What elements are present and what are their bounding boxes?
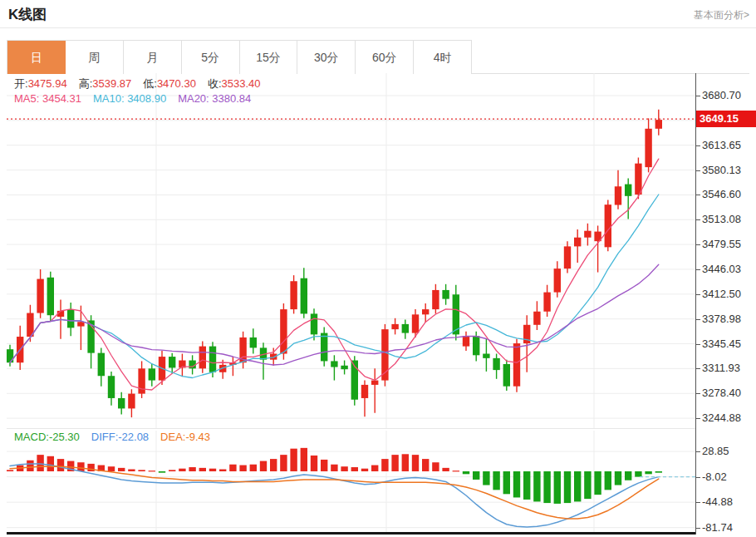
macd-bar-up [453,470,459,471]
low-label: 低: [143,77,157,90]
candle-down [341,366,347,369]
tick-mark [696,418,700,419]
macd-bar-up [169,470,175,471]
ma5-value: MA5: 3454.31 [14,92,81,105]
candle-up [37,279,43,313]
macd-bar-up [422,459,429,471]
tab-period-5[interactable]: 30分 [297,41,356,74]
ma20-line [10,264,659,365]
tick-mark [696,170,700,171]
macd-bar-down [635,471,641,477]
macd-bar-up [280,455,287,471]
close-label: 收: [208,77,222,90]
candle-down [209,347,216,372]
macd-bar-up [199,468,206,471]
tick-mark [696,294,700,295]
macd-bar-up [118,468,125,471]
tick-mark [696,269,700,270]
price-tick-label: 3513.08 [696,213,741,225]
macd-bar-up [321,460,327,471]
tab-period-2[interactable]: 月 [124,41,182,74]
candle-down [473,336,479,355]
macd-bar-down [503,471,510,494]
macd-bar-up [250,465,257,471]
candle-up [412,314,419,333]
macd-bar-down [655,471,662,473]
macd-tick-label: 28.85 [696,445,729,457]
macd-bar-up [331,465,337,471]
macd-bar-down [605,471,611,490]
price-tick-label: 3613.65 [696,139,741,151]
candle-down [118,398,125,408]
price-tick-label: 3412.50 [696,288,741,300]
macd-bar-up [301,448,307,471]
fundamental-analysis-link[interactable]: 基本面分析> [694,8,749,22]
macd-bar-up [351,467,358,471]
macd-bar-up [290,449,297,471]
tick-mark [696,451,700,452]
macd-bar-up [47,456,54,471]
tab-period-4[interactable]: 15分 [240,41,298,74]
macd-tick-label: -44.88 [696,495,733,508]
candle-down [483,354,489,358]
tab-period-1[interactable]: 周 [66,41,124,74]
candle-down [47,278,54,315]
tab-period-7[interactable]: 4时 [414,41,472,74]
candle-up [463,336,469,346]
price-tick-label: 3311.93 [696,362,740,374]
macd-value: MACD:-25.30 [14,431,80,443]
open-label: 开: [14,77,28,90]
candle-up [128,394,135,409]
macd-bar-down [554,471,561,504]
close-value: 3533.40 [222,77,261,90]
macd-bar-down [645,471,651,474]
candle-up [655,120,662,129]
macd-bar-up [179,469,185,471]
candle-up [615,186,621,204]
macd-bar-down [473,471,479,480]
macd-bar-down [533,471,540,501]
tab-period-6[interactable]: 60分 [356,41,414,74]
macd-bar-up [402,454,409,471]
macd-bar-down [483,471,489,485]
tab-period-3[interactable]: 5分 [182,41,240,74]
macd-bar-down [625,471,631,480]
macd-bar-up [229,465,236,471]
dea-line [10,466,659,519]
candle-up [371,381,378,385]
macd-bar-up [391,455,398,471]
kline-macd-chart[interactable] [7,73,695,535]
candle-up [554,268,561,292]
price-tick-label: 3278.40 [696,387,741,399]
candle-up [77,322,84,326]
macd-bar-down [493,471,499,490]
candle-down [98,353,105,377]
candle-down [250,337,257,347]
candle-up [432,290,439,309]
candle-up [564,246,571,268]
macd-bar-up [149,470,155,471]
tab-period-0[interactable]: 日 [7,41,66,74]
macd-bar-up [361,469,368,471]
tick-mark [696,528,700,529]
title-divider [0,27,756,28]
macd-tick-label: -8.02 [696,470,727,483]
macd-bar-down [523,471,530,500]
low-value: 3470.30 [157,77,196,90]
candle-up [199,347,206,369]
price-tick-label: 3580.13 [696,164,741,176]
macd-bar-up [311,456,317,471]
candle-up [543,293,550,312]
macd-bar-down [543,471,550,503]
diff-value: DIFF:-22.08 [91,431,149,443]
macd-bar-up [371,466,378,471]
ma10-value: MA10: 3408.90 [93,92,166,105]
macd-bar-up [341,466,347,471]
candle-up [280,309,287,353]
high-label: 高: [79,77,93,90]
dea-value: DEA:-9.43 [160,431,210,443]
macd-bar-up [219,470,226,471]
macd-bar-up [57,459,64,471]
macd-bar-up [432,462,439,471]
candle-up [584,231,591,238]
